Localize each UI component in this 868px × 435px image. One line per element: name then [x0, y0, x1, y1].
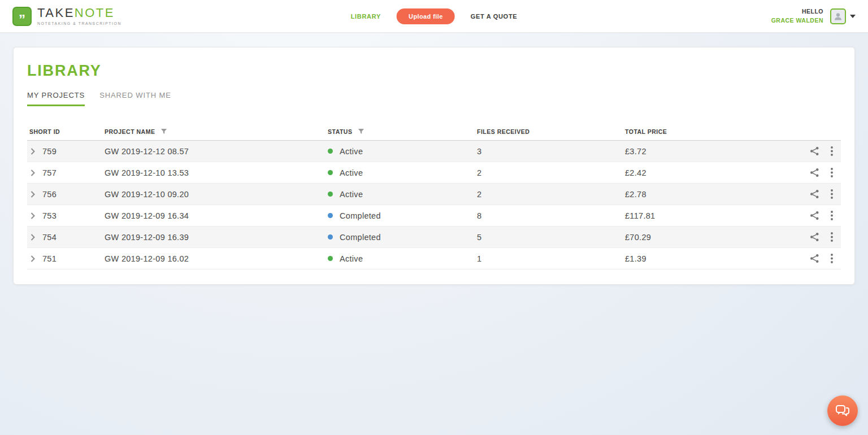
status-label: Active: [340, 168, 363, 177]
short-id: 753: [42, 211, 57, 220]
files-received: 3: [477, 147, 625, 156]
brand-name: TAKENOTE: [37, 7, 121, 19]
col-files-received: FILES RECEIVED: [477, 128, 625, 135]
status-dot-icon: [328, 213, 333, 218]
app-header: ” TAKENOTE NOTETAKING & TRANSCRIPTION LI…: [0, 0, 868, 33]
library-card: LIBRARY MY PROJECTS SHARED WITH ME SHORT…: [13, 47, 855, 285]
share-icon[interactable]: [810, 254, 819, 263]
status-label: Active: [340, 190, 363, 199]
project-name: GW 2019-12-10 09.20: [105, 190, 328, 199]
table-row[interactable]: 759 GW 2019-12-12 08.57 Active 3 £3.72: [27, 141, 841, 162]
table-row[interactable]: 756 GW 2019-12-10 09.20 Active 2 £2.78: [27, 184, 841, 205]
total-price: £2.42: [625, 168, 793, 177]
project-name: GW 2019-12-09 16.02: [105, 254, 328, 263]
kebab-menu-icon[interactable]: [831, 211, 833, 220]
short-id: 759: [42, 147, 57, 156]
short-id: 756: [42, 190, 57, 199]
logo[interactable]: ” TAKENOTE NOTETAKING & TRANSCRIPTION: [12, 7, 121, 26]
status-dot-icon: [328, 149, 333, 154]
nav-get-a-quote-link[interactable]: GET A QUOTE: [471, 13, 518, 20]
tab-my-projects[interactable]: MY PROJECTS: [27, 91, 85, 106]
col-project-name: PROJECT NAME: [105, 128, 328, 135]
table-row[interactable]: 753 GW 2019-12-09 16.34 Completed 8 £117…: [27, 205, 841, 227]
quote-logo-icon: ”: [12, 7, 32, 26]
tab-shared-with-me[interactable]: SHARED WITH ME: [99, 91, 171, 106]
project-name: GW 2019-12-09 16.34: [105, 211, 328, 220]
share-icon[interactable]: [810, 211, 819, 220]
status-dot-icon: [328, 192, 333, 197]
col-status: STATUS: [328, 128, 477, 135]
short-id: 754: [42, 233, 57, 242]
person-icon: [834, 12, 843, 21]
status-label: Active: [340, 147, 363, 156]
status-label: Active: [340, 254, 363, 263]
kebab-menu-icon[interactable]: [831, 168, 833, 177]
share-icon[interactable]: [810, 189, 819, 199]
user-greeting: HELLO GRACE WALDEN: [771, 7, 823, 24]
chat-bubbles-icon: [835, 403, 850, 419]
status-dot-icon: [328, 234, 333, 240]
files-received: 5: [477, 233, 625, 242]
upload-file-button[interactable]: Upload file: [397, 8, 455, 24]
logo-text: TAKENOTE NOTETAKING & TRANSCRIPTION: [37, 7, 121, 25]
col-short-id: SHORT ID: [27, 128, 105, 135]
brand-tagline: NOTETAKING & TRANSCRIPTION: [37, 21, 121, 25]
total-price: £1.39: [625, 254, 793, 263]
status-dot-icon: [328, 170, 333, 175]
kebab-menu-icon[interactable]: [831, 146, 833, 156]
total-price: £70.29: [625, 233, 793, 242]
short-id: 757: [42, 168, 57, 177]
total-price: £3.72: [625, 147, 793, 156]
filter-icon[interactable]: [358, 128, 364, 135]
chevron-right-icon[interactable]: [31, 255, 35, 262]
status-label: Completed: [340, 211, 381, 220]
avatar[interactable]: [830, 8, 846, 24]
kebab-menu-icon[interactable]: [831, 232, 833, 242]
status-dot-icon: [328, 256, 333, 261]
project-name: GW 2019-12-12 08.57: [105, 147, 328, 156]
chevron-right-icon[interactable]: [31, 234, 35, 241]
total-price: £117.81: [625, 211, 793, 220]
share-icon[interactable]: [810, 168, 819, 177]
kebab-menu-icon[interactable]: [831, 254, 833, 263]
page-title: LIBRARY: [27, 62, 841, 80]
table-header: SHORT ID PROJECT NAME STATUS FILES RECEI…: [27, 123, 841, 141]
project-name: GW 2019-12-10 13.53: [105, 168, 328, 177]
share-icon[interactable]: [810, 232, 819, 242]
greeting-hello: HELLO: [771, 7, 823, 16]
total-price: £2.78: [625, 190, 793, 199]
chevron-right-icon[interactable]: [31, 169, 35, 176]
main-nav: LIBRARY Upload file GET A QUOTE: [351, 8, 518, 24]
short-id: 751: [42, 254, 57, 263]
kebab-menu-icon[interactable]: [831, 189, 833, 199]
files-received: 1: [477, 254, 625, 263]
col-total-price: TOTAL PRICE: [625, 128, 793, 135]
files-received: 8: [477, 211, 625, 220]
chevron-right-icon[interactable]: [31, 148, 35, 155]
chevron-right-icon[interactable]: [31, 212, 35, 219]
share-icon[interactable]: [810, 146, 819, 156]
chevron-down-icon[interactable]: [850, 15, 856, 18]
files-received: 2: [477, 190, 625, 199]
tabs: MY PROJECTS SHARED WITH ME: [27, 91, 841, 107]
files-received: 2: [477, 168, 625, 177]
nav-library-link[interactable]: LIBRARY: [351, 13, 381, 20]
chevron-right-icon[interactable]: [31, 191, 35, 198]
user-area: HELLO GRACE WALDEN: [771, 7, 856, 24]
chat-widget-button[interactable]: [827, 395, 858, 426]
status-label: Completed: [340, 233, 381, 242]
greeting-username: GRACE WALDEN: [771, 16, 823, 25]
filter-icon[interactable]: [160, 128, 167, 135]
project-name: GW 2019-12-09 16.39: [105, 233, 328, 242]
table-row[interactable]: 757 GW 2019-12-10 13.53 Active 2 £2.42: [27, 162, 841, 184]
table-row[interactable]: 754 GW 2019-12-09 16.39 Completed 5 £70.…: [27, 227, 841, 248]
table-row[interactable]: 751 GW 2019-12-09 16.02 Active 1 £1.39: [27, 248, 841, 269]
